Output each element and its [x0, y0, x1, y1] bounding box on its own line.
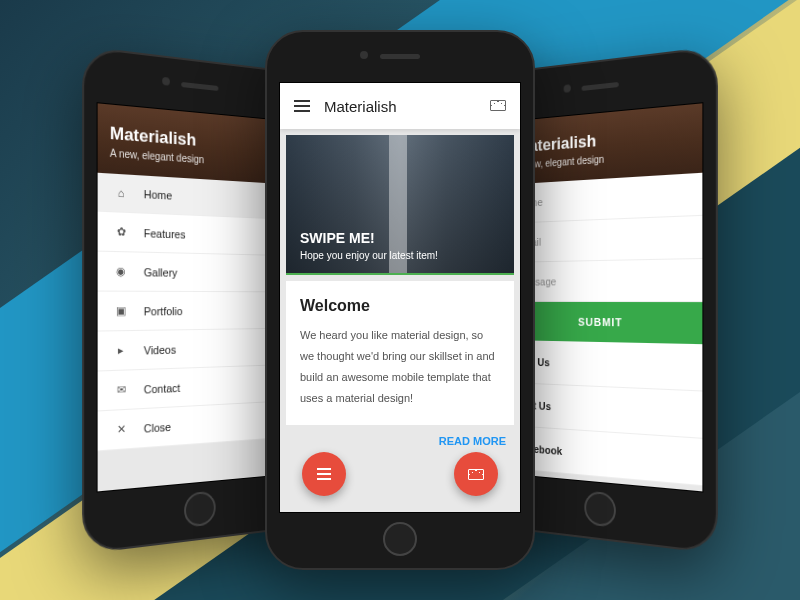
- welcome-heading: Welcome: [300, 297, 500, 315]
- hamburger-icon: [317, 465, 331, 483]
- menu-label: Contact: [144, 381, 181, 395]
- menu-label: Portfolio: [144, 305, 183, 317]
- menu-label: Features: [144, 226, 186, 240]
- fab-menu[interactable]: [302, 452, 346, 496]
- welcome-card: Welcome We heard you like material desig…: [286, 281, 514, 425]
- menu-item-features[interactable]: ✿ Features: [98, 212, 293, 256]
- left-header: Materialish A new, elegant design: [98, 103, 293, 184]
- mail-icon[interactable]: [490, 97, 506, 115]
- menu-item-portfolio[interactable]: ▣ Portfolio: [98, 292, 293, 332]
- menu-item-gallery[interactable]: ◉ Gallery: [98, 252, 293, 293]
- menu-label: Home: [144, 188, 172, 202]
- fab-mail[interactable]: [454, 452, 498, 496]
- nav-menu: ⌂ Home ✿ Features ◉ Gallery ▣ Portfolio …: [98, 173, 293, 452]
- welcome-body: We heard you like material design, so we…: [300, 325, 500, 409]
- appbar-title: Materialish: [324, 98, 397, 115]
- play-icon: ▸: [112, 343, 130, 357]
- hero-banner[interactable]: SWIPE ME! Hope you enjoy our latest item…: [286, 135, 514, 275]
- home-button[interactable]: [184, 490, 216, 527]
- camera-icon: ◉: [112, 264, 130, 278]
- hero-title: SWIPE ME!: [300, 230, 500, 246]
- menu-label: Videos: [144, 343, 176, 356]
- hero-subtitle: Hope you enjoy our latest item!: [300, 250, 500, 261]
- gear-icon: ✿: [112, 225, 130, 239]
- submit-button[interactable]: SUBMIT: [507, 302, 702, 344]
- menu-label: Close: [144, 420, 171, 434]
- mail-icon: [468, 469, 484, 480]
- image-icon: ▣: [112, 304, 130, 318]
- home-button[interactable]: [383, 522, 417, 556]
- home-icon: ⌂: [112, 186, 130, 199]
- app-bar: Materialish: [280, 83, 520, 129]
- hamburger-icon[interactable]: [294, 97, 310, 115]
- home-button[interactable]: [584, 490, 616, 527]
- menu-label: Gallery: [144, 266, 178, 279]
- contact-form: Name Email Message SUBMIT: [507, 173, 702, 344]
- email-field[interactable]: Email: [507, 216, 702, 263]
- right-header: Materialish A new, elegant design: [507, 103, 702, 184]
- mail-icon: ✉: [112, 383, 130, 397]
- hero-accent: [286, 273, 514, 275]
- close-icon: ✕: [112, 422, 130, 437]
- message-field[interactable]: Message: [507, 259, 702, 302]
- phone-center-main: Materialish SWIPE ME! Hope you enjoy our…: [265, 30, 535, 570]
